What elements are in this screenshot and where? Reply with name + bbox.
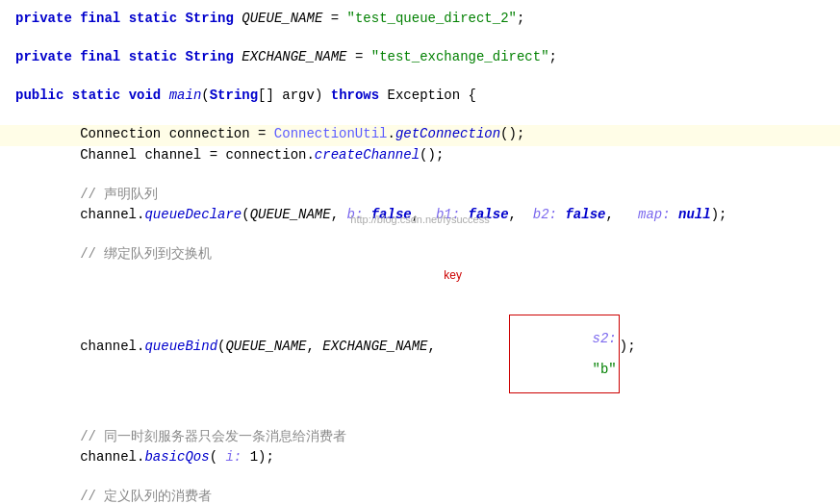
empty-line: [0, 227, 840, 244]
key-annotation: key: [444, 268, 462, 282]
watermark: http://blog.csdn.net/fysuccess: [350, 214, 489, 225]
code-line-channel: Channel channel = connection. createChan…: [0, 146, 840, 167]
keyword-final: final: [80, 11, 120, 26]
code-line: private final static String EXCHANGE_NAM…: [0, 48, 840, 69]
type-string: String: [185, 11, 233, 26]
empty-line: [0, 31, 840, 48]
empty-line: [0, 469, 840, 487]
code-editor: private final static String QUEUE_NAME =…: [0, 0, 840, 504]
empty-line: [0, 108, 840, 125]
code-line-comment3: // 同一时刻服务器只会发一条消息给消费者: [0, 427, 840, 448]
empty-line: [0, 410, 840, 427]
keyword-static: static: [129, 11, 177, 26]
code-line-queue-declare: channel. queueDeclare ( QUEUE_NAME , b: …: [0, 206, 840, 227]
code-line-connection: Connection connection = ConnectionUtil .…: [0, 125, 840, 146]
keyword-private: private: [15, 11, 72, 26]
code-line: private final static String QUEUE_NAME =…: [0, 10, 840, 31]
str-queue-name-value: "test_queue_direct_2": [347, 11, 517, 26]
code-line-queue-bind: channel. queueBind ( QUEUE_NAME , EXCHAN…: [0, 283, 840, 410]
code-line-comment1: // 声明队列: [0, 185, 840, 206]
empty-line: [0, 69, 840, 87]
var-queue-name: QUEUE_NAME: [234, 11, 322, 26]
code-line-main: public static void main ( String [] argv…: [0, 87, 840, 108]
boxed-key: key s2: "b": [444, 284, 619, 409]
empty-line: [0, 167, 840, 185]
code-line-basic-qos: channel. basicQos ( i: 1);: [0, 448, 840, 469]
code-line-comment2: // 绑定队列到交换机: [0, 244, 840, 265]
code-line-comment4: // 定义队列的消费者: [0, 487, 840, 504]
